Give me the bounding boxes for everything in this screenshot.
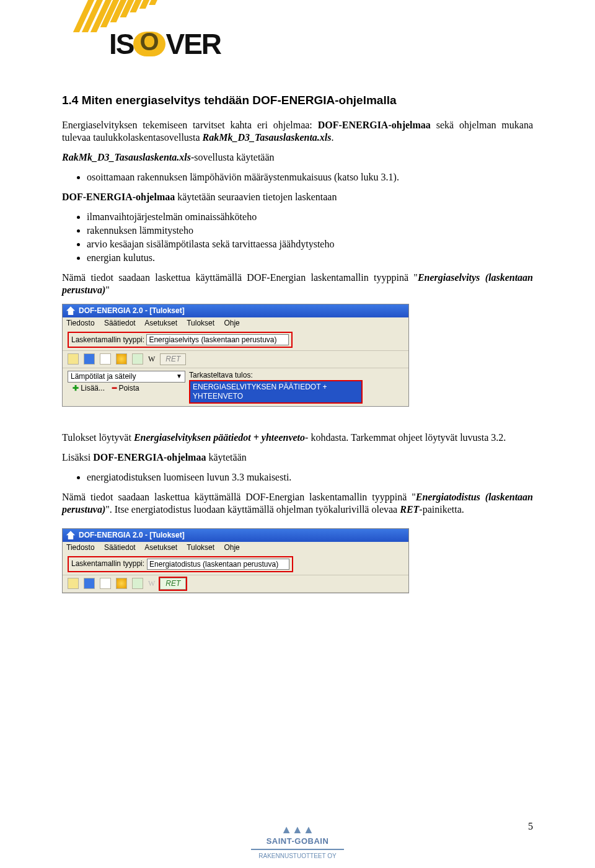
para-type2: Nämä tiedot saadaan laskettua käyttämäll… bbox=[62, 491, 533, 516]
isover-logo: ISVER bbox=[109, 27, 221, 61]
remove-button[interactable]: ━ Poista bbox=[112, 384, 139, 393]
list-xls: osoittamaan rakennuksen lämpöhäviön määr… bbox=[87, 171, 533, 184]
add-button[interactable]: ✚ Lisää... bbox=[73, 384, 105, 393]
menubar: Tiedosto Säätiedot Asetukset Tulokset Oh… bbox=[63, 542, 408, 554]
ret-button[interactable]: RET bbox=[160, 353, 186, 365]
para-type1: Nämä tiedot saadaan laskettua käyttämäll… bbox=[62, 272, 533, 296]
list-item: arvio kesäajan sisälämpötilasta sekä tar… bbox=[87, 238, 533, 250]
menu-item[interactable]: Tulokset bbox=[187, 543, 214, 552]
model-type-input[interactable] bbox=[147, 559, 289, 570]
app-window-2: DOF-ENERGIA 2.0 - [Tulokset] Tiedosto Sä… bbox=[62, 528, 409, 593]
model-type-label: Laskentamallin tyyppi: bbox=[71, 335, 144, 344]
toolbar: W RET bbox=[63, 575, 408, 593]
logo-o-icon bbox=[133, 32, 165, 56]
open-icon[interactable] bbox=[68, 578, 79, 589]
menu-item[interactable]: Asetukset bbox=[144, 319, 177, 327]
variable-select[interactable]: Lämpötilat ja säteily▼ bbox=[68, 371, 185, 383]
save-icon[interactable] bbox=[84, 578, 95, 589]
model-type-label: Laskentamallin tyyppi: bbox=[71, 559, 144, 569]
house2-icon[interactable] bbox=[132, 353, 143, 365]
model-type-row: Laskentamallin tyyppi: bbox=[68, 332, 293, 348]
menu-item[interactable]: Ohje bbox=[224, 319, 239, 327]
tool-w[interactable]: W bbox=[148, 579, 155, 588]
list-todistus: energiatodistuksen luomiseen luvun 3.3 m… bbox=[87, 471, 533, 484]
menu-item[interactable]: Säätiedot bbox=[104, 319, 136, 327]
toolbar: W RET bbox=[63, 350, 408, 368]
list-item: rakennuksen lämmitysteho bbox=[87, 224, 533, 237]
blank-icon[interactable] bbox=[100, 578, 111, 589]
app-window-1: DOF-ENERGIA 2.0 - [Tulokset] Tiedosto Sä… bbox=[62, 304, 409, 407]
window-title: DOF-ENERGIA 2.0 - [Tulokset] bbox=[79, 306, 185, 316]
window-title: DOF-ENERGIA 2.0 - [Tulokset] bbox=[79, 531, 185, 540]
menu-item[interactable]: Tiedosto bbox=[66, 543, 95, 552]
titlebar: DOF-ENERGIA 2.0 - [Tulokset] bbox=[63, 304, 408, 317]
menu-item[interactable]: Asetukset bbox=[144, 543, 177, 552]
footer-logo: ▲▲▲ SAINT-GOBAIN RAKENNUSTUOTTEET OY bbox=[0, 823, 595, 859]
result-label: Tarkasteltava tulos: bbox=[189, 371, 363, 380]
list-item: energiatodistuksen luomiseen luvun 3.3 m… bbox=[87, 471, 533, 484]
para-results: Tulokset löytyvät Energiaselvityksen pää… bbox=[62, 432, 533, 444]
sun-icon[interactable] bbox=[116, 578, 127, 589]
menu-item[interactable]: Säätiedot bbox=[104, 543, 136, 552]
para-intro: Energiaselvityksen tekemiseen tarvitset … bbox=[62, 119, 533, 144]
menu-item[interactable]: Ohje bbox=[224, 543, 239, 552]
list-item: energian kulutus. bbox=[87, 252, 533, 264]
list-item: osoittamaan rakennuksen lämpöhäviön määr… bbox=[87, 171, 533, 184]
para-lisaksi: Lisäksi DOF-ENERGIA-ohjelmaa käytetään bbox=[62, 451, 533, 464]
house-icon bbox=[66, 306, 75, 315]
open-icon[interactable] bbox=[68, 353, 79, 365]
menu-item[interactable]: Tiedosto bbox=[66, 319, 95, 327]
save-icon[interactable] bbox=[84, 353, 95, 365]
list-item: ilmanvaihtojärjestelmän ominaissähköteho bbox=[87, 211, 533, 223]
menubar: Tiedosto Säätiedot Asetukset Tulokset Oh… bbox=[63, 317, 408, 329]
section-heading: 1.4 Miten energiaselvitys tehdään DOF-EN… bbox=[62, 93, 533, 108]
ret-button[interactable]: RET bbox=[160, 578, 186, 590]
house-icon bbox=[66, 531, 75, 539]
para-xls: RakMk_D3_Tasauslaskenta.xls-sovellusta k… bbox=[62, 151, 533, 164]
house2-icon[interactable] bbox=[132, 578, 143, 589]
tool-w[interactable]: W bbox=[148, 355, 155, 364]
para-dof: DOF-ENERGIA-ohjelmaa käytetään seuraavie… bbox=[62, 191, 533, 203]
sun-icon[interactable] bbox=[116, 353, 127, 365]
menu-item[interactable]: Tulokset bbox=[187, 319, 214, 327]
result-select[interactable]: ENERGIASELVITYKSEN PÄÄTIEDOT + YHTEENVET… bbox=[189, 380, 363, 404]
titlebar: DOF-ENERGIA 2.0 - [Tulokset] bbox=[63, 529, 408, 542]
chevron-down-icon: ▼ bbox=[176, 373, 182, 381]
model-type-row: Laskentamallin tyyppi: bbox=[68, 556, 293, 572]
blank-icon[interactable] bbox=[100, 353, 111, 365]
model-type-input[interactable] bbox=[146, 334, 289, 345]
list-dof: ilmanvaihtojärjestelmän ominaissähköteho… bbox=[87, 211, 533, 264]
